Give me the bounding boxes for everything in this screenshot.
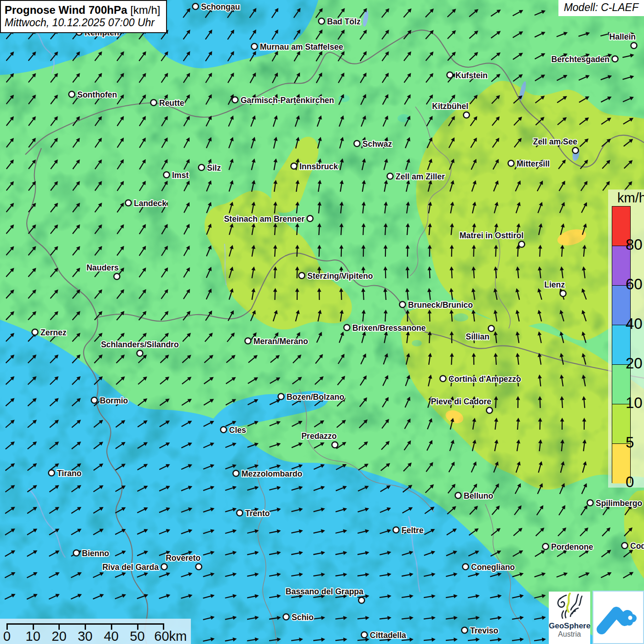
city-marker	[278, 394, 284, 400]
city-marker	[233, 471, 239, 477]
title-unit: [km/h]	[127, 4, 161, 16]
city-label: Bruneck/Brunico	[408, 300, 473, 310]
city[interactable]: Cortina d'Ampezzo	[440, 374, 521, 384]
legend-tick-label: 10	[626, 394, 643, 412]
city[interactable]: Steinach am Brenner	[224, 214, 313, 224]
city-label: Cles	[229, 426, 246, 435]
city-marker	[587, 500, 593, 506]
scale-tick-label: 60km	[154, 629, 187, 644]
scale-tick-label: 20	[52, 629, 66, 644]
city-label: Zell am See	[533, 137, 578, 146]
city-marker	[92, 397, 98, 403]
city-label: Trento	[245, 509, 270, 518]
city-label: Brixen/Bressanone	[352, 323, 426, 333]
city-marker	[49, 470, 55, 476]
city-label: Murnau am Staffelsee	[260, 42, 343, 52]
city[interactable]: Murnau am Staffelsee	[252, 42, 344, 52]
city-label: Schongau	[201, 2, 240, 12]
city[interactable]: Brixen/Bressanone	[344, 323, 426, 333]
city-marker	[440, 376, 446, 382]
city-marker	[291, 163, 297, 169]
city-label: Mittersill	[517, 159, 550, 168]
city-marker	[114, 274, 120, 280]
city-marker	[455, 493, 461, 499]
city-marker	[573, 148, 579, 154]
city-label: Bienno	[82, 549, 109, 558]
model-label: Modell: C-LAEF	[558, 0, 644, 16]
city-marker	[354, 141, 360, 147]
city-label: Predazzo	[301, 431, 337, 441]
city[interactable]: Riva del Garda	[102, 563, 167, 572]
page-title: Prognose Wind 700hPa [km/h]	[5, 3, 161, 17]
city[interactable]: Spilimbergo	[587, 499, 643, 508]
city-marker	[245, 338, 251, 344]
city-label: Feltre	[402, 526, 424, 535]
city-marker	[137, 351, 143, 356]
geosphere-logo-icon	[554, 592, 585, 619]
legend-tick-label: 60	[626, 276, 643, 293]
city[interactable]: Berchtesgaden	[552, 55, 618, 64]
city-marker	[359, 598, 365, 604]
title-parameter: Prognose Wind 700hPa	[5, 4, 127, 16]
city-label: Sterzing/Vipiteno	[307, 271, 373, 281]
city[interactable]: Sterzing/Vipiteno	[299, 271, 373, 281]
city-marker	[447, 72, 453, 78]
city-marker	[232, 97, 238, 103]
city[interactable]: Meran/Merano	[245, 337, 308, 346]
city-label: Reutte	[159, 98, 184, 108]
city-label: Sonthofen	[77, 90, 117, 99]
city-label: Rovereto	[166, 553, 201, 563]
city-label: Treviso	[470, 626, 498, 635]
city-label: Zell am Ziller	[396, 172, 445, 181]
city-label: Silz	[207, 163, 221, 172]
city-label: Imst	[172, 171, 189, 180]
city-marker	[519, 242, 525, 247]
city-marker	[237, 510, 243, 516]
city-label: Schlanders/Silandro	[101, 340, 178, 349]
city[interactable]: Mezzolombardo	[233, 469, 303, 478]
city-marker	[299, 273, 305, 279]
city[interactable]: Zell am Ziller	[387, 172, 445, 181]
map-scale-bar: 0102030405060km	[0, 619, 191, 644]
city-marker	[462, 627, 468, 633]
city[interactable]: Bozen/Bolzano	[278, 392, 345, 402]
city-marker	[393, 527, 399, 533]
city-label: Steinach am Brenner	[224, 214, 305, 224]
city-marker	[151, 100, 157, 106]
city-label: Cittadella	[370, 631, 406, 640]
city-marker	[74, 550, 80, 556]
wind-speed-legend: km/h 806040201050	[608, 190, 644, 488]
city-marker	[622, 543, 628, 549]
scale-tick-label: 50	[130, 629, 144, 644]
city-label: Codroipo	[630, 541, 644, 551]
city-marker	[164, 172, 170, 178]
geosphere-country: Austria	[549, 630, 590, 638]
city-label: Riva del Garda	[102, 563, 159, 572]
city-marker	[32, 329, 38, 335]
city-label: Kufstein	[455, 71, 488, 80]
city-label: Nauders	[86, 263, 119, 272]
city-marker	[221, 427, 227, 433]
scale-tick-label: 40	[104, 629, 119, 644]
city-label: Lienz	[544, 280, 565, 289]
city-label: Innsbruck	[299, 162, 338, 171]
city[interactable]: Garmisch-Partenkirchen	[232, 96, 334, 105]
city[interactable]: Bruneck/Brunico	[400, 300, 473, 310]
legend-unit-label: km/h	[617, 190, 644, 206]
geosphere-org-name: GeoSphere	[549, 622, 590, 630]
city-label: Schwaz	[362, 139, 392, 149]
city-label: Pordenone	[551, 542, 593, 552]
city-marker	[69, 92, 75, 98]
geosphere-logo-accent	[567, 593, 570, 612]
weather-map[interactable]: SchongauBad TölzKemptenMurnau am Staffel…	[0, 0, 644, 644]
city-label: Mezzolombardo	[242, 469, 302, 478]
city-marker	[307, 216, 313, 222]
scale-tick-label: 30	[78, 629, 92, 644]
city-marker	[196, 564, 202, 570]
legend-tick-label: 5	[626, 434, 634, 451]
city-marker	[319, 18, 325, 24]
city-marker	[543, 544, 549, 550]
city-marker	[126, 200, 132, 206]
city-marker	[612, 56, 618, 62]
city-label: Berchtesgaden	[552, 55, 610, 64]
